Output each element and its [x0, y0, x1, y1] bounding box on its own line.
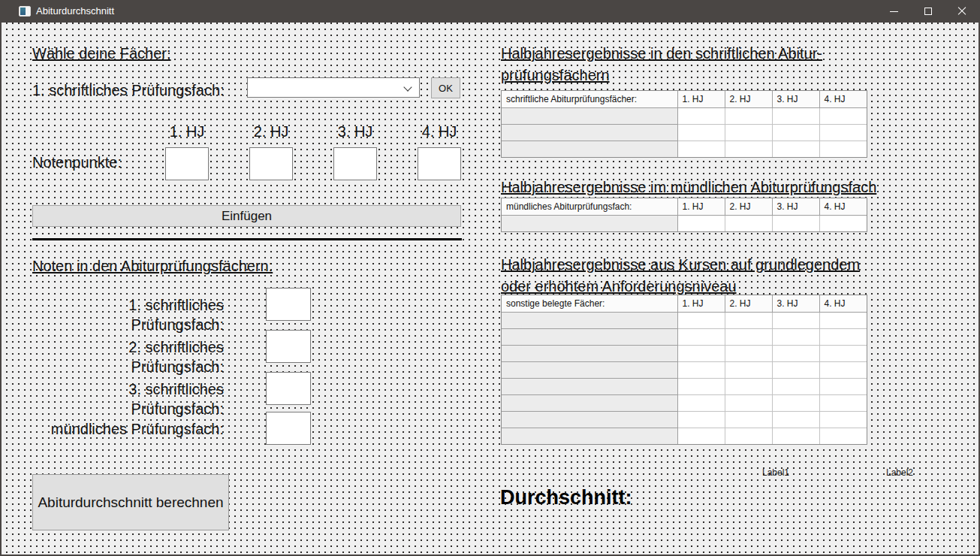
subject-combobox[interactable]	[247, 77, 420, 98]
grade-cell[interactable]	[725, 107, 772, 124]
table-row	[502, 428, 867, 444]
subject-cell[interactable]	[502, 345, 677, 361]
grade-cell[interactable]	[772, 411, 819, 428]
grade-cell[interactable]	[819, 378, 867, 394]
grade-row-2-label: 2. schriftliches Prüfungsfach:	[32, 337, 224, 376]
grade-cell[interactable]	[677, 394, 725, 411]
subject-cell[interactable]	[502, 328, 677, 345]
grade-cell[interactable]	[725, 394, 772, 411]
grade-cell[interactable]	[772, 394, 819, 411]
grade-cell[interactable]	[819, 428, 867, 444]
notenpunkte-hj2-input[interactable]	[249, 147, 293, 180]
subject-cell[interactable]	[502, 394, 677, 411]
grade-written-1-input[interactable]	[266, 288, 311, 321]
maximize-button[interactable]	[911, 0, 945, 23]
grade-cell[interactable]	[819, 394, 867, 411]
grade-cell[interactable]	[677, 124, 725, 141]
grade-cell[interactable]	[677, 411, 725, 428]
grade-cell[interactable]	[725, 328, 772, 345]
written-results-table: schriftliche Abiturprüfungsfächer:1. HJ2…	[501, 90, 867, 158]
einfuegen-button[interactable]: Einfügen	[32, 205, 461, 227]
table-row	[502, 361, 867, 378]
grade-cell[interactable]	[772, 312, 819, 328]
grade-cell[interactable]	[677, 328, 725, 345]
subject-cell[interactable]	[502, 107, 677, 124]
grade-written-3-input[interactable]	[266, 372, 311, 405]
grade-cell[interactable]	[819, 107, 867, 124]
grade-cell[interactable]	[725, 378, 772, 394]
notenpunkte-hj1-input[interactable]	[165, 147, 209, 180]
grade-cell[interactable]	[677, 141, 725, 157]
grade-cell[interactable]	[725, 124, 772, 141]
grade-cell[interactable]	[819, 328, 867, 345]
grade-cell[interactable]	[677, 215, 725, 231]
subject-cell[interactable]	[502, 428, 677, 444]
grade-cell[interactable]	[772, 345, 819, 361]
grade-cell[interactable]	[725, 345, 772, 361]
grade-cell[interactable]	[772, 378, 819, 394]
table-row	[502, 345, 867, 361]
ok-button[interactable]: OK	[431, 77, 460, 98]
grade-cell[interactable]	[725, 361, 772, 378]
hj-column-header: 2. HJ	[725, 295, 772, 312]
close-button[interactable]	[945, 0, 978, 23]
table-row	[502, 215, 867, 231]
subject-cell[interactable]	[502, 361, 677, 378]
grade-row-4-label: mündliches Prüfungsfach:	[32, 419, 224, 439]
grade-cell[interactable]	[677, 378, 725, 394]
subject-cell[interactable]	[502, 378, 677, 394]
row-header-column-title: mündliches Abiturprüfungsfach:	[502, 198, 677, 215]
subject-cell[interactable]	[502, 411, 677, 428]
grade-cell[interactable]	[725, 428, 772, 444]
notenpunkte-hj4-input[interactable]	[418, 147, 461, 180]
choose-subjects-heading: Wähle deine Fächer:	[32, 44, 171, 63]
subject-cell[interactable]	[502, 124, 677, 141]
grade-cell[interactable]	[819, 215, 867, 231]
grade-cell[interactable]	[819, 345, 867, 361]
grade-cell[interactable]	[677, 345, 725, 361]
notenpunkte-label: Notenpunkte:	[32, 153, 122, 172]
grade-cell[interactable]	[819, 411, 867, 428]
grade-cell[interactable]	[772, 428, 819, 444]
subject-cell[interactable]	[502, 141, 677, 157]
hj4-label: 4. HJ	[397, 122, 481, 141]
table-row	[502, 328, 867, 345]
grade-cell[interactable]	[677, 312, 725, 328]
hj1-label: 1. HJ	[145, 122, 229, 141]
grade-cell[interactable]	[772, 361, 819, 378]
grade-written-2-input[interactable]	[266, 330, 311, 363]
grade-cell[interactable]	[819, 141, 867, 157]
hj-column-header: 4. HJ	[819, 295, 867, 312]
grade-cell[interactable]	[677, 361, 725, 378]
grade-cell[interactable]	[819, 361, 867, 378]
hj-column-header: 4. HJ	[819, 198, 867, 215]
grade-cell[interactable]	[819, 312, 867, 328]
grade-cell[interactable]	[725, 312, 772, 328]
section-divider	[32, 238, 462, 240]
grade-cell[interactable]	[819, 124, 867, 141]
grade-cell[interactable]	[677, 428, 725, 444]
grade-cell[interactable]	[725, 141, 772, 157]
calculate-average-button[interactable]: Abiturdurchschnitt berechnen	[32, 474, 229, 530]
grade-cell[interactable]	[772, 107, 819, 124]
grade-oral-input[interactable]	[266, 412, 311, 445]
grade-cell[interactable]	[772, 141, 819, 157]
grade-row-1-label: 1. schriftliches Prüfungsfach:	[32, 295, 224, 334]
subject-cell[interactable]	[502, 215, 677, 231]
written-results-heading-line1: Halbjahresergebnisse in den schriftliche…	[501, 43, 822, 65]
subject-cell[interactable]	[502, 312, 677, 328]
table-header-row: mündliches Abiturprüfungsfach:1. HJ2. HJ…	[502, 198, 867, 215]
notenpunkte-hj3-input[interactable]	[333, 147, 377, 180]
exam-grades-heading: Noten in den Abiturprüfungsfächern:	[32, 256, 273, 276]
grade-cell[interactable]	[677, 107, 725, 124]
grade-cell[interactable]	[772, 328, 819, 345]
oral-results-table: mündliches Abiturprüfungsfach:1. HJ2. HJ…	[501, 198, 867, 232]
close-icon	[957, 7, 966, 16]
grade-cell[interactable]	[725, 215, 772, 231]
minimize-button[interactable]	[877, 0, 911, 23]
grade-cell[interactable]	[772, 124, 819, 141]
grade-cell[interactable]	[725, 411, 772, 428]
oral-results-heading: Halbjahresergebnisse im mündlichen Abitu…	[501, 177, 876, 197]
courses-results-heading-line1: Halbjahresergebnisse aus Kursen auf grun…	[501, 254, 860, 276]
grade-cell[interactable]	[772, 215, 819, 231]
